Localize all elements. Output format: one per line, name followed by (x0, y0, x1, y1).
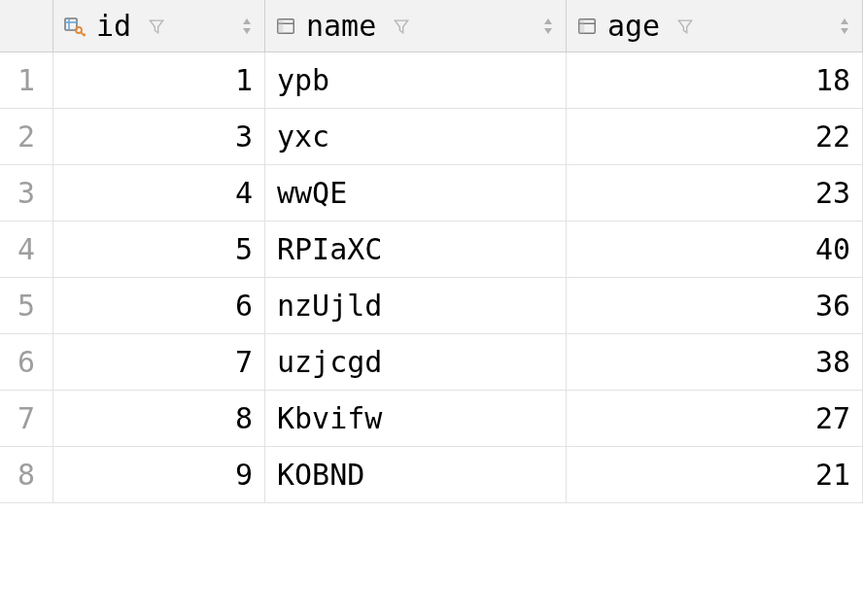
cell-id[interactable]: 5 (53, 222, 265, 278)
cell-age[interactable]: 18 (567, 52, 863, 109)
cell-value: 18 (815, 63, 850, 97)
row-number[interactable]: 5 (0, 278, 53, 334)
row-number[interactable]: 8 (0, 447, 53, 503)
cell-id[interactable]: 8 (53, 391, 265, 447)
cell-age[interactable]: 36 (567, 278, 863, 334)
cell-value: 23 (815, 176, 850, 210)
cell-value: 21 (815, 458, 850, 492)
cell-name[interactable]: uzjcgd (265, 334, 567, 391)
cell-value: 38 (815, 345, 850, 379)
cell-value: 4 (235, 176, 253, 210)
svg-rect-11 (579, 18, 585, 33)
cell-name[interactable]: Kbvifw (265, 391, 567, 447)
cell-age[interactable]: 21 (567, 447, 863, 503)
cell-id[interactable]: 6 (53, 278, 265, 334)
column-label: age (607, 9, 660, 43)
cell-name[interactable]: KOBND (265, 447, 567, 503)
cell-value: nzUjld (277, 289, 382, 323)
cell-value: 1 (235, 63, 253, 97)
cell-value: 27 (815, 401, 850, 435)
cell-name[interactable]: wwQE (265, 165, 567, 222)
cell-age[interactable]: 23 (567, 165, 863, 222)
cell-value: yxc (277, 120, 329, 154)
cell-age[interactable]: 27 (567, 391, 863, 447)
cell-value: Kbvifw (277, 401, 382, 435)
cell-value: 36 (815, 289, 850, 323)
column-header-id[interactable]: id (53, 0, 265, 52)
cell-value: RPIaXC (277, 232, 382, 266)
row-number[interactable]: 2 (0, 109, 53, 165)
column-icon (576, 16, 598, 37)
cell-value: wwQE (277, 176, 347, 210)
cell-value: uzjcgd (277, 345, 382, 379)
sort-icon[interactable] (540, 16, 556, 37)
column-header-age[interactable]: age (567, 0, 863, 52)
row-number-value: 5 (17, 289, 35, 323)
cell-value: 5 (235, 232, 253, 266)
cell-value: 8 (235, 401, 253, 435)
row-number-value: 2 (17, 120, 35, 154)
primary-key-icon (63, 15, 86, 38)
cell-id[interactable]: 4 (53, 165, 265, 222)
row-number-value: 8 (17, 458, 35, 492)
cell-age[interactable]: 38 (567, 334, 863, 391)
row-number[interactable]: 4 (0, 222, 53, 278)
cell-name[interactable]: RPIaXC (265, 222, 567, 278)
cell-name[interactable]: ypb (265, 52, 567, 109)
cell-id[interactable]: 9 (53, 447, 265, 503)
svg-rect-0 (65, 18, 77, 30)
row-number-value: 4 (17, 232, 35, 266)
cell-value: 40 (815, 232, 850, 266)
row-number-value: 6 (17, 345, 35, 379)
column-label: name (306, 9, 376, 43)
cell-age[interactable]: 40 (567, 222, 863, 278)
column-label: id (96, 9, 131, 43)
cell-id[interactable]: 1 (53, 52, 265, 109)
data-table: id name (0, 0, 863, 503)
column-icon (275, 16, 296, 37)
cell-value: 3 (235, 120, 253, 154)
filter-icon[interactable] (392, 17, 411, 36)
row-number[interactable]: 7 (0, 391, 53, 447)
filter-icon[interactable] (147, 17, 166, 36)
cell-value: 6 (235, 289, 253, 323)
row-number-value: 7 (17, 401, 35, 435)
row-number[interactable]: 1 (0, 52, 53, 109)
cell-value: KOBND (277, 458, 364, 492)
cell-value: 9 (235, 458, 253, 492)
cell-value: 22 (815, 120, 850, 154)
cell-id[interactable]: 3 (53, 109, 265, 165)
cell-id[interactable]: 7 (53, 334, 265, 391)
column-header-name[interactable]: name (265, 0, 567, 52)
sort-icon[interactable] (837, 16, 852, 37)
cell-name[interactable]: yxc (265, 109, 567, 165)
sort-icon[interactable] (239, 16, 255, 37)
cell-age[interactable]: 22 (567, 109, 863, 165)
row-number[interactable]: 6 (0, 334, 53, 391)
row-number-header (0, 0, 53, 52)
filter-icon[interactable] (675, 17, 695, 36)
row-number-value: 3 (17, 176, 35, 210)
cell-name[interactable]: nzUjld (265, 278, 567, 334)
row-number-value: 1 (17, 63, 35, 97)
cell-value: ypb (277, 63, 329, 97)
svg-rect-8 (278, 18, 284, 33)
row-number[interactable]: 3 (0, 165, 53, 222)
cell-value: 7 (235, 345, 253, 379)
